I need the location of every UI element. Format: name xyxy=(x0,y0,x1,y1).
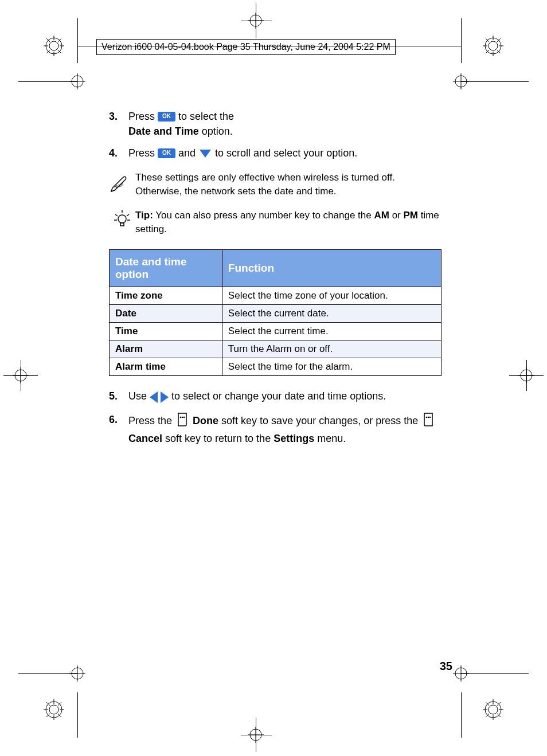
note-icon: Note xyxy=(109,171,135,196)
step-6: 6. Press the Done soft key to save your … xyxy=(109,412,441,446)
text: and xyxy=(178,147,198,159)
svg-point-22 xyxy=(182,416,183,418)
page-content: 3. Press OK to select the Date and Time … xyxy=(109,109,441,453)
option-function: Select the time for the alarm. xyxy=(222,358,441,376)
text: PM xyxy=(403,210,418,221)
step-5: 5. Use to select or change your date and… xyxy=(109,389,441,404)
crop-line xyxy=(77,692,78,738)
step-3: 3. Press OK to select the Date and Time … xyxy=(109,109,441,139)
option-function: Turn the Alarm on or off. xyxy=(222,340,441,358)
crop-line xyxy=(18,81,77,82)
text: Press xyxy=(128,111,158,122)
down-arrow-icon xyxy=(200,150,211,158)
page-number: 35 xyxy=(440,660,452,673)
right-softkey-icon xyxy=(422,412,435,431)
text: to select or change your date and time o… xyxy=(171,390,386,402)
right-arrow-icon xyxy=(161,391,169,403)
ok-button-icon: OK xyxy=(158,112,175,122)
ok-button-icon: OK xyxy=(158,148,175,159)
crop-line xyxy=(461,692,462,738)
step-number: 3. xyxy=(109,109,128,124)
crop-line xyxy=(526,360,527,391)
step-body: Press OK and to scroll and select your o… xyxy=(128,146,441,160)
tip-text: Tip: You can also press any number key t… xyxy=(135,209,441,236)
option-function: Select the time zone of your location. xyxy=(222,287,441,305)
tip-block: Tip: You can also press any number key t… xyxy=(109,209,441,236)
svg-point-25 xyxy=(428,416,429,418)
option-name: Time zone xyxy=(110,287,222,305)
crop-line xyxy=(241,735,272,735)
crop-line xyxy=(18,673,77,674)
text: option. xyxy=(202,126,233,137)
table-row: Time zone Select the time zone of your l… xyxy=(110,287,441,305)
table-header: Function xyxy=(222,250,441,287)
option-name: Time xyxy=(110,323,222,340)
option-function: Select the current date. xyxy=(222,305,441,323)
table-header: Date and time option xyxy=(110,250,222,287)
step-number: 6. xyxy=(109,412,128,427)
svg-point-24 xyxy=(426,416,428,418)
step-number: 5. xyxy=(109,389,128,404)
text: You can also press any number key to cha… xyxy=(153,210,374,221)
tip-icon xyxy=(109,209,135,230)
svg-point-21 xyxy=(180,416,182,418)
text: to scroll and select your option. xyxy=(215,147,357,159)
svg-line-18 xyxy=(127,214,129,216)
table-row: Time Select the current time. xyxy=(110,323,441,340)
text: menu. xyxy=(317,433,346,444)
svg-point-26 xyxy=(429,416,431,418)
table-row: Date Select the current date. xyxy=(110,305,441,323)
text: or xyxy=(389,210,404,221)
text: Press xyxy=(128,147,158,159)
option-name: Alarm time xyxy=(110,358,222,376)
option-name: Date and Time xyxy=(128,126,199,137)
left-arrow-icon xyxy=(150,391,158,403)
text: Use xyxy=(128,390,150,402)
step-4: 4. Press OK and to scroll and select you… xyxy=(109,146,441,160)
menu-name: Settings xyxy=(274,433,314,444)
svg-rect-15 xyxy=(120,223,124,226)
option-function: Select the current time. xyxy=(222,323,441,340)
left-softkey-icon xyxy=(176,412,189,431)
text: soft key to return to the xyxy=(165,433,274,444)
text: Press the xyxy=(128,415,175,426)
text: AM xyxy=(374,210,389,221)
option-name: Alarm xyxy=(110,340,222,358)
note-block: Note These settings are only effective w… xyxy=(109,171,441,198)
svg-line-17 xyxy=(115,214,118,216)
text: to select the xyxy=(178,111,234,122)
step-body: Press the Done soft key to save your cha… xyxy=(128,412,441,446)
table-header-row: Date and time option Function xyxy=(110,250,441,287)
svg-point-23 xyxy=(183,416,185,418)
crop-line xyxy=(461,81,529,82)
step-number: 4. xyxy=(109,146,128,160)
running-header: Verizon i600 04-05-04.book Page 35 Thurs… xyxy=(96,39,396,55)
tip-label: Tip: xyxy=(135,210,153,221)
softkey-label: Cancel xyxy=(128,433,162,444)
step-body: Use to select or change your date and ti… xyxy=(128,389,441,404)
step-body: Press OK to select the Date and Time opt… xyxy=(128,109,441,139)
options-table: Date and time option Function Time zone … xyxy=(109,249,441,376)
crop-line xyxy=(241,21,272,21)
svg-text:Note: Note xyxy=(114,182,124,190)
softkey-label: Done xyxy=(193,415,218,426)
option-name: Date xyxy=(110,305,222,323)
table-row: Alarm time Select the time for the alarm… xyxy=(110,358,441,376)
crop-line xyxy=(461,673,529,674)
crop-line xyxy=(461,18,462,63)
text: soft key to save your changes, or press … xyxy=(221,415,421,426)
crop-line xyxy=(77,18,78,63)
note-text: These settings are only effective when w… xyxy=(135,171,441,198)
svg-point-14 xyxy=(118,215,126,223)
table-row: Alarm Turn the Alarm on or off. xyxy=(110,340,441,358)
crop-line xyxy=(21,360,21,391)
